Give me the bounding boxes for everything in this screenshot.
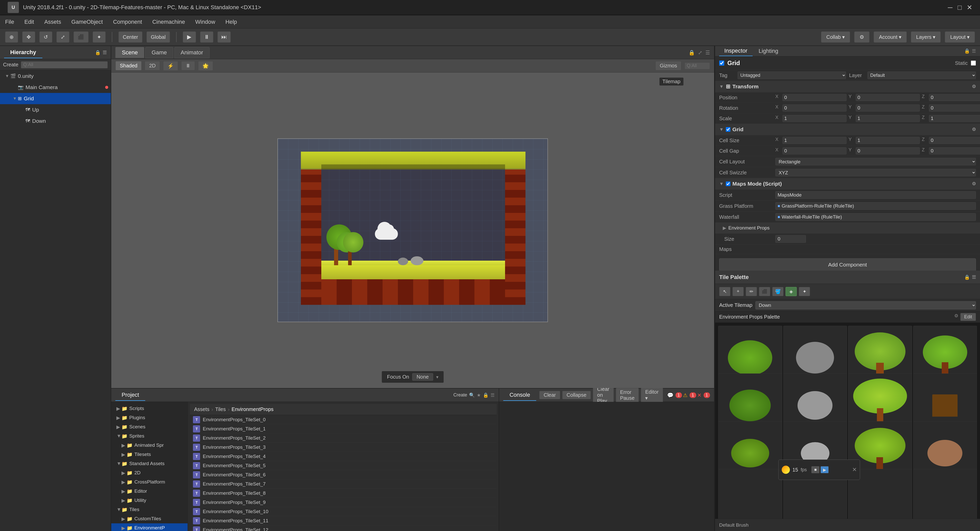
- tree-item-utility[interactable]: ▶ 📁 Utility: [111, 496, 188, 505]
- file-item[interactable]: T EnvironmentProps_TileSet_9: [190, 498, 496, 507]
- tree-item-scenes[interactable]: ▶ 📁 Scenes: [111, 422, 188, 431]
- static-checkbox[interactable]: [971, 61, 976, 65]
- tree-item-2d[interactable]: ▶ 📁 2D: [111, 468, 188, 477]
- menu-edit[interactable]: Edit: [24, 19, 34, 25]
- focus-on-btn[interactable]: Focus On: [387, 374, 409, 380]
- menu-help[interactable]: Help: [225, 19, 237, 25]
- file-item[interactable]: T EnvironmentProps_TileSet_5: [190, 461, 496, 470]
- grid-enabled-checkbox[interactable]: [726, 127, 730, 132]
- palette-tool-paint[interactable]: ✏: [746, 287, 757, 296]
- hierarchy-tab[interactable]: Hierarchy: [4, 47, 42, 58]
- file-item[interactable]: T EnvironmentProps_TileSet_4: [190, 452, 496, 461]
- file-item[interactable]: T EnvironmentProps_TileSet_2: [190, 434, 496, 443]
- hierarchy-search[interactable]: [21, 61, 108, 69]
- project-search-icon[interactable]: 🔍: [469, 392, 475, 398]
- add-component-button[interactable]: Add Component: [719, 258, 976, 271]
- tree-item-editor[interactable]: ▶ 📁 Editor: [111, 486, 188, 496]
- file-item[interactable]: T EnvironmentProps_TileSet_0: [190, 415, 496, 424]
- menu-window[interactable]: Window: [195, 19, 215, 25]
- hierarchy-item-grid[interactable]: ▼ ⊞ Grid: [0, 93, 111, 104]
- file-item[interactable]: T EnvironmentProps_TileSet_8: [190, 489, 496, 498]
- hierarchy-menu-icon[interactable]: ☰: [103, 50, 107, 56]
- palette-tool-select[interactable]: ↖: [719, 287, 730, 296]
- size-input[interactable]: [775, 235, 806, 243]
- transform-tool-rect[interactable]: ⬛: [73, 31, 89, 43]
- lock-scene-icon[interactable]: 🔒: [689, 49, 695, 56]
- hierarchy-lock-icon[interactable]: 🔒: [95, 50, 100, 56]
- palette-cell-empty1[interactable]: [718, 469, 782, 519]
- tree-item-sprites[interactable]: ▼ 📁 Sprites: [111, 431, 188, 441]
- project-lock-icon[interactable]: 🔒: [483, 392, 488, 398]
- grid-settings-icon[interactable]: ⚙: [972, 127, 976, 132]
- screentogif-rec-btn[interactable]: ■: [811, 466, 819, 473]
- scale-x-input[interactable]: [783, 115, 846, 122]
- screentogif-close-icon[interactable]: ✕: [852, 466, 857, 473]
- project-menu-icon[interactable]: ☰: [490, 392, 495, 398]
- tree-item-environmentp[interactable]: ▶ 📁 EnvironmentP: [111, 523, 188, 531]
- gizmos-search[interactable]: [684, 62, 710, 69]
- tree-item-plugins[interactable]: ▶ 📁 Plugins: [111, 413, 188, 422]
- maps-enabled-checkbox[interactable]: [726, 182, 730, 186]
- tab-animator[interactable]: Animator: [174, 47, 210, 58]
- palette-tool-erase[interactable]: ✦: [799, 287, 810, 296]
- grid-component-header[interactable]: ▼ Grid ⚙: [715, 124, 980, 135]
- play-button[interactable]: ▶: [183, 31, 196, 43]
- palette-cell-empty4[interactable]: [913, 469, 977, 519]
- pos-y-input[interactable]: [856, 94, 920, 101]
- collapse-btn[interactable]: Collapse: [562, 391, 591, 399]
- menu-component[interactable]: Component: [113, 19, 142, 25]
- inspector-menu-icon[interactable]: ☰: [972, 48, 976, 54]
- menu-assets[interactable]: Assets: [44, 19, 61, 25]
- minimize-button[interactable]: ─: [948, 3, 953, 11]
- maps-settings-icon[interactable]: ⚙: [972, 181, 976, 187]
- palette-tool-box[interactable]: ⬛: [759, 287, 770, 296]
- cg-x-input[interactable]: [783, 147, 846, 155]
- layers-button[interactable]: Layers ▾: [911, 31, 941, 43]
- hierarchy-item-up[interactable]: 🗺 Up: [0, 104, 111, 115]
- palette-lock-icon[interactable]: 🔒: [964, 274, 970, 280]
- focus-dropdown-icon[interactable]: ▾: [436, 374, 438, 380]
- tab-lighting[interactable]: Lighting: [754, 46, 783, 56]
- audio-btn[interactable]: ⏸: [181, 61, 195, 70]
- transform-tool-scale[interactable]: ⤢: [56, 31, 69, 43]
- tree-item-customtiles[interactable]: ▶ 📁 CustomTiles: [111, 514, 188, 523]
- file-item[interactable]: T EnvironmentProps_TileSet_3: [190, 443, 496, 452]
- lighting-btn[interactable]: ⚡: [163, 61, 178, 71]
- palette-tool-add[interactable]: +: [732, 287, 744, 296]
- cell-swizzle-select[interactable]: XYZ: [775, 169, 976, 176]
- rot-z-input[interactable]: [929, 104, 980, 112]
- tree-item-scripts[interactable]: ▶ 📁 Scripts: [111, 404, 188, 413]
- collab-button[interactable]: Collab ▾: [821, 31, 850, 43]
- file-item[interactable]: T EnvironmentProps_TileSet_10: [190, 507, 496, 516]
- services-button[interactable]: ⚙: [854, 31, 870, 43]
- file-item[interactable]: T EnvironmentProps_TileSet_12: [190, 525, 496, 531]
- tab-console[interactable]: Console: [503, 389, 536, 401]
- palette-edit-button[interactable]: Edit: [960, 313, 976, 321]
- pos-z-input[interactable]: [929, 94, 980, 101]
- focus-on-value[interactable]: None: [412, 373, 433, 381]
- breadcrumb-assets[interactable]: Assets: [194, 407, 209, 412]
- maps-mode-header[interactable]: ▼ Maps Mode (Script) ⚙: [715, 178, 980, 190]
- create-button[interactable]: Create: [3, 62, 18, 68]
- layer-select[interactable]: Default: [867, 72, 976, 79]
- cs-z-input[interactable]: [929, 137, 980, 144]
- rot-x-input[interactable]: [783, 104, 846, 112]
- scene-viewport[interactable]: Tilemap Focus On None ▾: [111, 72, 714, 388]
- transform-tool-move[interactable]: ✥: [22, 31, 35, 43]
- palette-menu-icon[interactable]: ☰: [972, 274, 976, 280]
- scale-y-input[interactable]: [856, 115, 920, 122]
- error-pause-btn[interactable]: Error Pause: [616, 388, 639, 402]
- transform-tool-rotate[interactable]: ↺: [39, 31, 52, 43]
- palette-tool-picker[interactable]: ◈: [786, 287, 797, 296]
- hierarchy-item-down[interactable]: 🗺 Down: [0, 115, 111, 127]
- pause-button[interactable]: ⏸: [200, 31, 213, 43]
- clear-btn[interactable]: Clear: [539, 391, 560, 399]
- file-item[interactable]: T EnvironmentProps_TileSet_11: [190, 516, 496, 525]
- editor-btn[interactable]: Editor ▾: [641, 388, 663, 402]
- layout-button[interactable]: Layout ▾: [945, 31, 975, 43]
- step-button[interactable]: ⏭: [218, 31, 231, 43]
- rot-y-input[interactable]: [856, 104, 920, 112]
- tree-item-standard[interactable]: ▼ 📁 Standard Assets: [111, 459, 188, 468]
- env-props-subheader[interactable]: ▶ Environment Props: [715, 223, 980, 234]
- transform-header[interactable]: ▼ ⊞ Transform ⚙: [715, 81, 980, 92]
